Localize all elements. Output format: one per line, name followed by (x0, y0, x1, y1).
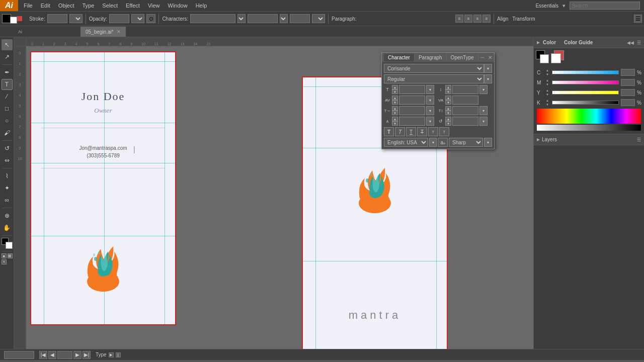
type-arrow[interactable]: ▶ (109, 352, 114, 357)
rotation-up[interactable]: ▲ (445, 117, 451, 121)
y-slider[interactable] (552, 90, 619, 95)
layers-menu[interactable]: ☰ (637, 137, 641, 142)
bg-swatch[interactable] (540, 54, 549, 63)
char-panel-header[interactable]: Character Paragraph OpenType ─ ✕ (382, 53, 494, 62)
align-left[interactable]: ≡ (455, 15, 463, 23)
menu-help[interactable]: Help (192, 2, 211, 10)
fmt-bold[interactable]: T (384, 127, 394, 136)
font-select[interactable] (237, 14, 246, 23)
kerning-up[interactable]: ▲ (392, 96, 398, 100)
size-down[interactable]: ▼ (392, 89, 398, 94)
color-panel-title[interactable]: Color (543, 40, 556, 45)
leading-up[interactable]: ▲ (445, 85, 451, 89)
tool-width[interactable]: ⌇ (2, 170, 13, 182)
color-guide-title[interactable]: Color Guide (564, 40, 593, 45)
font-style-arrow[interactable]: ▾ (484, 74, 492, 83)
menu-file[interactable]: File (20, 2, 36, 10)
tool-direct-select[interactable]: ↗ (2, 51, 13, 62)
y-up[interactable]: ▲ (545, 88, 549, 93)
char-tab-paragraph[interactable]: Paragraph (415, 54, 447, 61)
baseline-down[interactable]: ▼ (392, 121, 398, 126)
h-scale-input[interactable]: 100% (399, 106, 425, 115)
tool-zoom[interactable]: ⊕ (2, 210, 13, 221)
tracking-up[interactable]: ▲ (445, 96, 451, 100)
opacity-input[interactable]: 100% (109, 14, 129, 23)
fmt-subscript[interactable]: T (439, 127, 449, 136)
nav-first[interactable]: |◀ (39, 351, 47, 359)
font-input[interactable]: Corisande (190, 14, 235, 23)
grey-spectrum[interactable] (537, 125, 641, 131)
essentials-label[interactable]: Essentials (535, 3, 558, 9)
tool-select[interactable]: ↖ (2, 39, 13, 50)
opacity-icon[interactable]: ⊙ (146, 14, 155, 23)
c-down[interactable]: ▼ (545, 72, 549, 76)
page-input[interactable]: 4 (57, 351, 72, 359)
language-select[interactable]: English: USA (384, 138, 428, 147)
y-down[interactable]: ▼ (545, 93, 549, 97)
tool-rect[interactable]: □ (2, 103, 13, 114)
toolbar-options[interactable]: ☰ (634, 15, 642, 23)
sharp-arrow[interactable]: ▾ (484, 138, 492, 147)
font-family-arrow[interactable]: ▾ (484, 64, 492, 73)
kerning-down[interactable]: ▼ (392, 100, 398, 105)
style-input[interactable]: Regular (248, 14, 278, 23)
menu-type[interactable]: Type (79, 2, 98, 10)
panel-menu[interactable]: ☰ (637, 40, 641, 45)
tool-type[interactable]: T (2, 79, 13, 90)
tool-mirror[interactable]: ⇔ (2, 155, 13, 166)
zoom-input[interactable]: 201.999 (4, 351, 34, 359)
nav-prev[interactable]: ◀ (48, 351, 56, 359)
stroke-swatch[interactable] (10, 17, 17, 24)
menu-edit[interactable]: Edit (37, 2, 54, 10)
c-up[interactable]: ▲ (545, 68, 549, 72)
m-down[interactable]: ▼ (545, 82, 549, 86)
k-down[interactable]: ▼ (545, 103, 549, 107)
panel-collapse[interactable]: ◀◀ (627, 40, 634, 45)
size-up[interactable]: ▲ (392, 85, 398, 89)
k-value[interactable]: 100 (621, 99, 635, 106)
search-input[interactable] (570, 2, 640, 10)
kerning-input[interactable]: (0) (399, 96, 425, 105)
aa-button[interactable]: aₐ (438, 138, 448, 147)
rotation-input[interactable]: 0° (452, 117, 478, 126)
tool-line[interactable]: ∕ (2, 91, 13, 102)
stroke-color[interactable] (6, 242, 13, 249)
align-label[interactable]: Align (497, 16, 508, 22)
align-center[interactable]: ≡ (464, 15, 472, 23)
size-dropdown[interactable]: ▾ (426, 85, 434, 94)
y-value[interactable]: 0 (621, 89, 635, 96)
fmt-underline[interactable]: T (406, 127, 416, 136)
c-slider[interactable] (552, 70, 619, 74)
tool-pen[interactable]: ✒ (2, 67, 13, 78)
opacity-select[interactable] (131, 14, 144, 23)
m-slider[interactable] (552, 80, 619, 84)
vscale-dropdown[interactable]: ▾ (479, 106, 488, 115)
tool-hand[interactable]: ✋ (2, 222, 13, 233)
leading-input[interactable]: (9.6 pt) (452, 85, 478, 94)
rotation-down[interactable]: ▼ (445, 121, 451, 126)
fmt-italic[interactable]: T (395, 127, 405, 136)
tracking-down[interactable]: ▼ (445, 100, 451, 105)
sharp-select[interactable]: Sharp (449, 138, 483, 147)
align-right[interactable]: ≡ (473, 15, 481, 23)
char-tab-opentype[interactable]: OpenType (447, 54, 478, 61)
pattern-swatch[interactable] (551, 53, 561, 63)
m-value[interactable]: 0 (621, 79, 635, 86)
rotation-dropdown[interactable]: ▾ (479, 117, 488, 126)
font-size-input[interactable]: 8 pt (399, 85, 425, 94)
hscale-up[interactable]: ▲ (392, 106, 398, 111)
nav-last[interactable]: ▶| (83, 351, 91, 359)
type-pause[interactable]: || (116, 352, 121, 357)
kerning-dropdown[interactable]: ▾ (426, 96, 434, 105)
stroke-select[interactable] (69, 14, 83, 23)
tool-rotate[interactable]: ↺ (2, 143, 13, 154)
m-up[interactable]: ▲ (545, 78, 549, 82)
leading-down[interactable]: ▼ (445, 89, 451, 94)
menu-window[interactable]: Window (165, 2, 191, 10)
char-tab-character[interactable]: Character (384, 54, 415, 61)
menu-effect[interactable]: Effect (122, 2, 143, 10)
fill-mode-gradient[interactable]: ▦ (8, 253, 13, 258)
leading-dropdown[interactable]: ▾ (479, 85, 488, 94)
panel-close[interactable]: ✕ (488, 55, 492, 60)
k-slider[interactable] (552, 101, 619, 105)
